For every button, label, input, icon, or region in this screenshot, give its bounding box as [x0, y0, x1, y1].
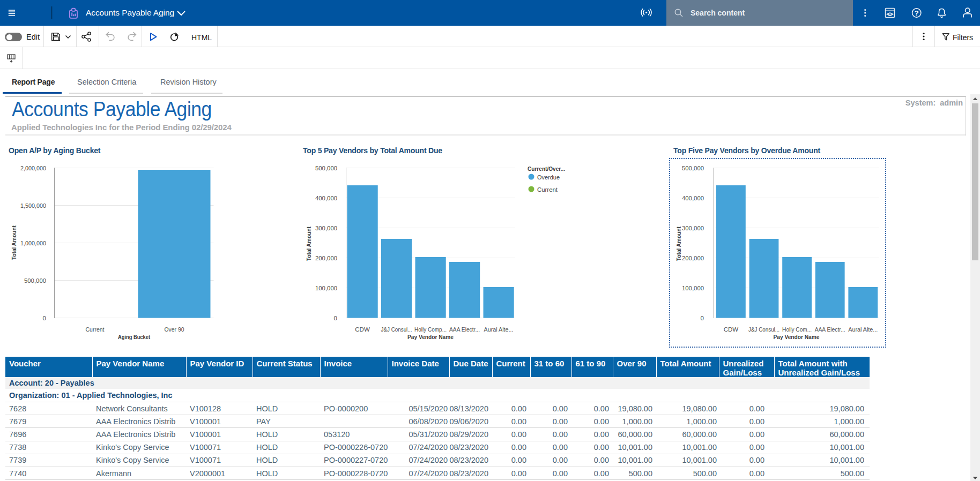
svg-text:J&J Consul...: J&J Consul... [381, 326, 412, 333]
svg-text:Total Amount: Total Amount [675, 227, 682, 261]
svg-text:0: 0 [43, 315, 46, 321]
svg-text:CDW: CDW [355, 326, 370, 333]
svg-text:Pay Vendor Name: Pay Vendor Name [407, 334, 454, 340]
svg-text:Aging Bucket: Aging Bucket [118, 334, 150, 340]
svg-text:200,000: 200,000 [315, 255, 337, 261]
svg-text:400,000: 400,000 [315, 195, 337, 201]
svg-text:0: 0 [334, 315, 337, 321]
svg-text:1,000,000: 1,000,000 [20, 240, 46, 246]
svg-text:Pay Vendor Name: Pay Vendor Name [774, 334, 820, 340]
svg-text:500,000: 500,000 [682, 165, 704, 171]
svg-text:300,000: 300,000 [682, 225, 704, 231]
svg-text:Over 90: Over 90 [165, 326, 184, 333]
svg-text:Total Amount: Total Amount [11, 226, 17, 260]
svg-text:1,500,000: 1,500,000 [20, 202, 46, 209]
svg-text:2,000,000: 2,000,000 [20, 165, 46, 171]
svg-text:0: 0 [701, 315, 704, 321]
svg-text:Current: Current [537, 186, 558, 193]
svg-text:100,000: 100,000 [315, 285, 337, 291]
svg-text:CDW: CDW [724, 326, 739, 333]
svg-text:Current/Over...: Current/Over... [528, 166, 565, 172]
svg-text:AAA Electr...: AAA Electr... [815, 326, 845, 333]
svg-text:Holly Com...: Holly Com... [782, 326, 812, 333]
svg-text:Overdue: Overdue [537, 174, 560, 181]
svg-text:Current: Current [86, 326, 105, 333]
svg-text:500,000: 500,000 [315, 165, 337, 171]
svg-text:200,000: 200,000 [682, 255, 704, 261]
svg-text:Holly Comp...: Holly Comp... [414, 326, 447, 333]
svg-text:Aural Alte...: Aural Alte... [484, 326, 514, 333]
svg-text:300,000: 300,000 [315, 225, 337, 231]
svg-text:?: ? [915, 9, 919, 17]
svg-text:100,000: 100,000 [682, 285, 704, 291]
svg-text:Aural Alte...: Aural Alte... [848, 326, 878, 333]
svg-text:500,000: 500,000 [24, 277, 46, 284]
svg-text:Total Amount: Total Amount [306, 227, 312, 261]
svg-text:AAA Electr...: AAA Electr... [449, 326, 480, 333]
svg-text:J&J Consul...: J&J Consul... [748, 326, 779, 333]
svg-text:400,000: 400,000 [682, 195, 704, 201]
